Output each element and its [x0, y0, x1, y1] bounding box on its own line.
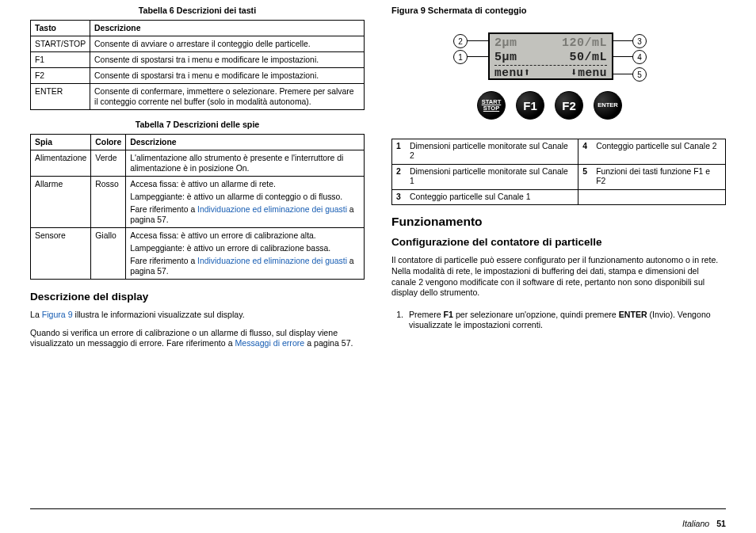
counter-config-heading: Configurazione del contatore di particel…: [391, 236, 726, 248]
key-name: F1: [444, 310, 453, 319]
desc-cell: L'alimentazione allo strumento è present…: [126, 150, 365, 177]
text: Fare riferimento a: [130, 205, 197, 214]
ch1-count: 50/mL: [569, 51, 607, 65]
callout-1: 1: [453, 50, 468, 64]
colore-cell: Verde: [91, 150, 126, 177]
table6-head-desc: Descrizione: [90, 21, 365, 36]
text: a pagina 57.: [304, 338, 353, 348]
key-cell: F1: [31, 52, 90, 68]
f2-label: ⬇menu: [571, 67, 607, 80]
table7-head-spia: Spia: [31, 135, 91, 150]
lcd-divider: [494, 65, 607, 66]
spia-cell: Sensore: [31, 228, 91, 280]
table-row: F1 Consente di spostarsi tra i menu e mo…: [31, 52, 365, 68]
paragraph: Il contatore di particelle può essere co…: [391, 255, 726, 298]
callout-3: 3: [632, 34, 647, 48]
key-text: Conteggio particelle sul Canale 1: [407, 189, 578, 204]
right-column: Figura 9 Schermata di conteggio 1 2 3 4 …: [391, 5, 726, 489]
figure9: 1 2 3 4 5 2µm 120/mL 5µm 50/mL menu⬆ ⬇me…: [391, 23, 726, 131]
desc-cell: Accesa fissa: è attivo un errore di cali…: [126, 228, 365, 280]
table6-caption: Tabella 6 Descrizioni dei tasti: [30, 6, 365, 15]
ch2-count: 120/mL: [562, 36, 607, 51]
f1-button[interactable]: F1: [516, 91, 544, 120]
table-row: START/STOP Consente di avviare o arresta…: [31, 36, 365, 52]
f2-button[interactable]: F2: [555, 91, 583, 120]
leader-line: [613, 56, 633, 57]
desc-cell: Consente di confermare, immettere o sele…: [90, 84, 365, 110]
ch1-size: 5µm: [494, 51, 517, 65]
key-num: 1: [392, 139, 407, 165]
footer-language: Italiano: [682, 519, 709, 528]
troubleshooting-link[interactable]: Individuazione ed eliminazione dei guast…: [197, 205, 347, 214]
key-name: ENTER: [619, 310, 647, 319]
paragraph: Quando si verifica un errore di calibraz…: [30, 328, 365, 349]
key-cell: START/STOP: [31, 36, 90, 52]
leader-line: [613, 74, 633, 74]
lcd-softkey-row: menu⬆ ⬇menu: [494, 67, 607, 80]
desc-line: Fare riferimento a Individuazione ed eli…: [130, 204, 360, 225]
table6-head-key: Tasto: [31, 21, 90, 36]
step-item: Premere F1 per selezionare un'opzione, q…: [406, 310, 726, 331]
table7-head-desc: Descrizione: [126, 135, 365, 150]
key-num: 3: [392, 189, 407, 204]
lcd-row-ch2: 2µm 120/mL: [494, 36, 607, 51]
key-text: Conteggio particelle sul Canale 2: [593, 139, 725, 165]
text: Fare riferimento a: [130, 257, 197, 265]
desc-line: Lampeggiante: è attivo un allarme di con…: [130, 192, 360, 202]
desc-line: Accesa fissa: è attivo un errore di cali…: [130, 230, 360, 241]
ch2-size: 2µm: [494, 36, 517, 51]
enter-button[interactable]: ENTER: [594, 91, 622, 120]
spia-cell: Alimentazione: [31, 150, 91, 177]
key-text: Funzioni dei tasti funzione F1 e F2: [593, 164, 725, 189]
desc-line: Accesa fissa: è attivo un allarme di ret…: [130, 179, 360, 189]
display-description-heading: Descrizione del display: [30, 291, 365, 303]
callout-4: 4: [632, 50, 647, 64]
f1-label: menu⬆: [494, 67, 531, 80]
keypad: STARTSTOP F1 F2 ENTER: [477, 91, 622, 120]
figure9-link[interactable]: Figura 9: [42, 310, 73, 319]
leader-line: [613, 40, 633, 41]
text: illustra le informazioni visualizzate su…: [73, 310, 245, 319]
text: ENTER: [598, 102, 617, 109]
desc-cell: Accesa fissa: è attivo un allarme di ret…: [126, 177, 365, 228]
lcd-screen: 2µm 120/mL 5µm 50/mL menu⬆ ⬇menu: [488, 32, 613, 80]
table-row: Sensore Giallo Accesa fissa: è attivo un…: [31, 228, 365, 280]
text: Premere: [409, 310, 444, 319]
table6: Tasto Descrizione START/STOP Consente di…: [30, 20, 365, 110]
two-column-layout: Tabella 6 Descrizioni dei tasti Tasto De…: [30, 5, 726, 489]
colore-cell: Giallo: [91, 228, 126, 280]
footer-rule: [30, 508, 726, 509]
table-row: F2 Consente di spostarsi tra i menu e mo…: [31, 68, 365, 84]
start-stop-button[interactable]: STARTSTOP: [477, 91, 506, 120]
key-text: Dimensioni particelle monitorate sul Can…: [407, 139, 578, 165]
table7: Spia Colore Descrizione Alimentazione Ve…: [30, 134, 365, 280]
empty-cell: [578, 189, 594, 204]
error-messages-link[interactable]: Messaggi di errore: [235, 338, 304, 348]
leader-line: [467, 40, 489, 41]
callout-2: 2: [453, 34, 468, 48]
figure9-key-table: 1 Dimensioni particelle monitorate sul C…: [391, 139, 726, 205]
desc-cell: Consente di avviare o arrestare il conte…: [90, 36, 365, 52]
key-num: 2: [392, 164, 407, 189]
key-num: 5: [578, 164, 594, 189]
operation-heading: Funzionamento: [391, 215, 726, 229]
table-row: 1 Dimensioni particelle monitorate sul C…: [392, 139, 726, 165]
leader-line: [467, 56, 489, 57]
desc-line: Fare riferimento a Individuazione ed eli…: [130, 256, 360, 276]
callout-5: 5: [632, 67, 647, 82]
text: La: [30, 310, 42, 319]
figure9-caption: Figura 9 Schermata di conteggio: [391, 6, 726, 15]
empty-cell: [593, 189, 725, 204]
footer-page-number: 51: [716, 519, 726, 528]
troubleshooting-link[interactable]: Individuazione ed eliminazione dei guast…: [197, 257, 347, 265]
left-column: Tabella 6 Descrizioni dei tasti Tasto De…: [30, 5, 365, 489]
text: STOP: [482, 105, 501, 112]
spia-cell: Allarme: [31, 177, 91, 228]
desc-cell: Consente di spostarsi tra i menu e modif…: [90, 52, 365, 68]
table-row: Allarme Rosso Accesa fissa: è attivo un …: [31, 177, 365, 228]
table-row: Alimentazione Verde L'alimentazione allo…: [31, 150, 365, 177]
key-cell: F2: [31, 68, 90, 84]
table-row: ENTER Consente di confermare, immettere …: [31, 84, 365, 110]
desc-line: Lampeggiante: è attivo un errore di cali…: [130, 243, 360, 253]
table-row: 3 Conteggio particelle sul Canale 1: [392, 189, 726, 204]
